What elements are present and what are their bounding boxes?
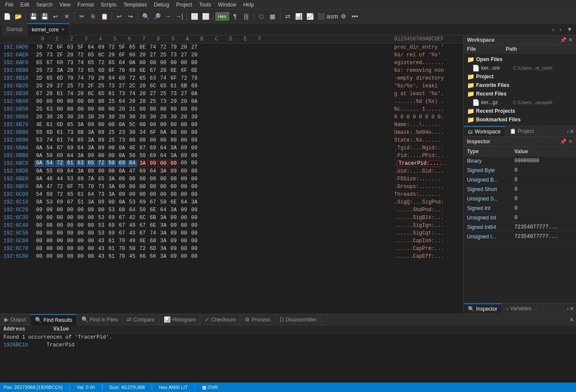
hex-byte[interactable]: 20 — [55, 114, 65, 120]
hex-byte[interactable]: 00 — [45, 230, 54, 236]
hex-byte[interactable]: 00 — [138, 176, 147, 182]
hex-byte[interactable]: 00 — [179, 130, 189, 136]
hex-byte[interactable]: 3A — [169, 207, 178, 213]
hex-byte[interactable]: 61 — [107, 238, 116, 244]
hex-byte[interactable]: 73 — [107, 83, 116, 89]
hex-byte[interactable]: 72 — [55, 184, 65, 190]
hex-byte[interactable]: 09 — [86, 122, 96, 128]
hex-byte[interactable]: 65 — [65, 191, 75, 198]
project-section[interactable]: 📁 Project — [464, 72, 576, 81]
hex-byte[interactable]: 00 — [179, 122, 189, 128]
hex-byte[interactable]: 3A — [76, 122, 85, 128]
tab-prev-btn[interactable]: ‹ — [551, 26, 556, 33]
hex-byte[interactable]: 09 — [117, 184, 127, 190]
stat-btn[interactable]: 📈 — [305, 11, 315, 22]
hex-byte[interactable]: 3A — [55, 68, 65, 74]
hex-byte[interactable]: 79 — [86, 75, 96, 81]
hex-byte[interactable]: 61 — [107, 246, 116, 252]
hex-byte[interactable]: 25 — [107, 137, 116, 143]
hex-byte[interactable]: 00 — [179, 137, 189, 143]
hex-byte[interactable]: 20 — [65, 68, 75, 74]
hex-byte[interactable]: 3A — [159, 168, 168, 174]
hex-byte[interactable]: 49 — [128, 238, 137, 244]
inspector-tab[interactable]: 🔍 Inspector — [464, 303, 502, 314]
hex-byte[interactable]: 00 — [190, 153, 199, 159]
find-result-row[interactable]: 1926BC1h TracerPid — [0, 341, 576, 349]
hex-byte[interactable]: 00 — [97, 99, 106, 105]
hex-byte[interactable]: 54 — [34, 191, 44, 198]
hex-byte[interactable]: 00 — [34, 99, 44, 105]
hex-byte[interactable]: 73 — [117, 137, 127, 143]
hex-byte[interactable]: 20 — [97, 114, 106, 120]
hex-byte[interactable]: 00 — [179, 106, 189, 112]
hex-byte[interactable]: 00 — [107, 106, 116, 112]
hex-byte[interactable]: 0A — [34, 145, 44, 151]
hex-byte[interactable]: 25 — [159, 91, 168, 97]
blocksel-btn[interactable]: ▦ — [268, 11, 278, 22]
hex-byte[interactable]: 00 — [76, 246, 85, 252]
hex-byte[interactable]: 00 — [190, 253, 199, 259]
inspector-pin-icon[interactable]: 📌 — [560, 139, 567, 145]
hex-byte[interactable]: 09 — [179, 145, 189, 151]
hex-byte[interactable]: 23 — [117, 130, 127, 136]
hex-byte[interactable]: 73 — [45, 52, 54, 58]
hex-byte[interactable]: 00 — [55, 222, 65, 228]
hex-byte[interactable]: 0A — [34, 176, 44, 182]
hex-byte[interactable]: 79 — [190, 75, 199, 81]
hex-row[interactable]: 192:6C800000000000004361704566663A090000… — [0, 253, 463, 260]
hex-byte[interactable]: 74 — [45, 137, 54, 143]
hex-byte[interactable]: 65 — [97, 176, 106, 182]
hex-byte[interactable]: 53 — [97, 215, 106, 221]
hex-byte[interactable]: 00 — [179, 60, 189, 66]
hex-byte[interactable]: 72 — [128, 75, 137, 81]
hex-byte[interactable]: 00 — [86, 230, 96, 236]
hex-byte[interactable]: 00 — [128, 184, 137, 190]
inspector-row[interactable]: Unsigned B...0 — [464, 175, 576, 185]
hex-byte[interactable]: 65 — [45, 75, 54, 81]
inspector-row[interactable]: Signed Int6472354077777... — [464, 222, 576, 232]
hex-byte[interactable]: 27 — [190, 44, 199, 50]
hex-byte[interactable]: 61 — [65, 160, 75, 167]
hex-byte[interactable]: 00 — [169, 137, 178, 143]
hex-row[interactable]: 192:6B80556D61736B3A09252330346F0A000000… — [0, 129, 463, 136]
hex-byte[interactable]: 49 — [128, 222, 137, 228]
hex-byte[interactable]: 6E — [148, 207, 158, 213]
hex-byte[interactable]: 63 — [76, 160, 85, 167]
hex-byte[interactable]: 0A — [34, 153, 44, 159]
hex-byte[interactable]: 3A — [138, 160, 147, 167]
hex-byte[interactable]: 64 — [128, 160, 137, 167]
hex-byte[interactable]: 00 — [190, 184, 199, 190]
favorite-files-section[interactable]: 📁 Favorite Files — [464, 81, 576, 90]
hex-byte[interactable]: 61 — [107, 91, 116, 97]
hex-byte[interactable]: 68 — [148, 238, 158, 244]
hex-byte[interactable]: 09 — [179, 207, 189, 213]
tab-next-btn[interactable]: › — [557, 26, 563, 33]
hex-byte[interactable]: 00 — [190, 106, 199, 112]
inspector-close-icon[interactable]: ✕ — [568, 139, 573, 145]
redo-btn[interactable]: ↪ — [125, 11, 136, 22]
hex-byte[interactable]: 00 — [190, 238, 199, 244]
hex-byte[interactable]: 27 — [117, 83, 127, 89]
hex-byte[interactable]: 4E — [34, 122, 44, 128]
hex-byte[interactable]: 00 — [76, 207, 85, 213]
select3-btn[interactable]: □ — [256, 11, 267, 22]
hex-byte[interactable]: 5F — [117, 44, 127, 50]
find-in-files-tab[interactable]: 🔍 Find in Files — [77, 314, 123, 325]
hex-row[interactable]: 192:6AE025732F2072656C206F66202725732720… — [0, 51, 463, 59]
hex-byte[interactable]: 20 — [128, 99, 137, 105]
hex-byte[interactable]: 00 — [179, 184, 189, 190]
hex-byte[interactable]: 53 — [45, 199, 54, 205]
hex-byte[interactable]: 64 — [86, 191, 96, 198]
hex-byte[interactable]: 30 — [86, 114, 96, 120]
find2-btn[interactable]: 🔎 — [152, 11, 162, 22]
hex-byte[interactable]: 20 — [45, 83, 54, 89]
hex-byte[interactable]: 00 — [159, 160, 168, 167]
hex-byte[interactable]: 72 — [76, 68, 85, 74]
hex-byte[interactable]: 09 — [179, 153, 189, 159]
asm-btn[interactable]: asm — [327, 11, 338, 22]
hist-btn[interactable]: 📊 — [294, 11, 304, 22]
hex-byte[interactable]: 00 — [169, 106, 178, 112]
checksum-tab[interactable]: ✓ Checksum — [200, 314, 240, 325]
menu-window[interactable]: Window — [215, 1, 240, 9]
hex-byte[interactable]: 3A — [76, 168, 85, 174]
